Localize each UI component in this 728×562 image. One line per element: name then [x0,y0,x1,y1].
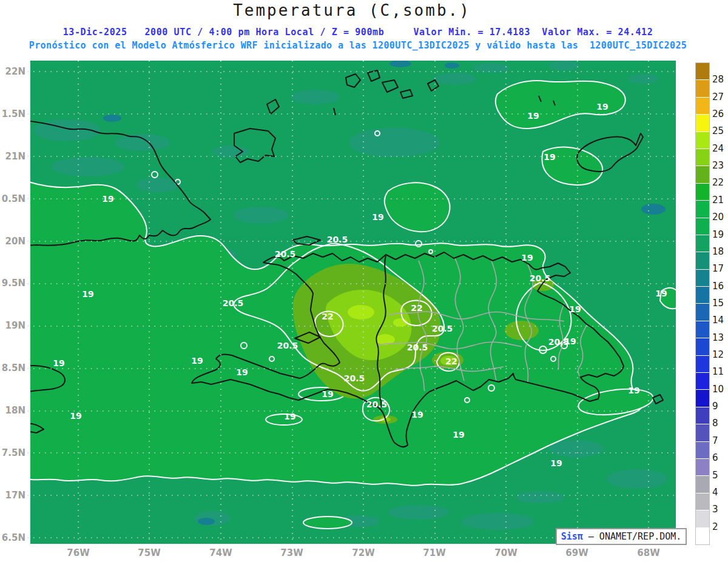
contour-label: 19 [453,430,464,440]
contour-label: 19 [53,358,64,368]
contour-label: 20.5 [432,324,453,333]
colorbar-tick: 22 [712,177,724,188]
colorbar-block [696,390,709,407]
contour-label: 19 [102,194,113,204]
contour-label: 19 [372,212,383,222]
colorbar-block [696,338,709,355]
colorbar-block [696,80,709,97]
contour-label: 20.5 [530,273,551,283]
contour-label: 19 [544,152,555,162]
contour-label: 19 [82,289,93,299]
contour-label: 19 [521,253,533,263]
colorbar-tick: 7 [712,435,718,446]
colorbar-tick: 8 [712,418,718,429]
temperature-map: 1919191919191919191919191919191919191919… [22,61,676,544]
colorbar-tick: 25 [712,125,724,136]
contour-label: 19 [236,367,248,377]
colorbar-block [696,63,709,80]
colorbar-tick: 2 [712,521,718,532]
lon-tick-label: 76W [60,547,96,558]
contour-label: 22 [411,303,422,313]
contour-label: 19 [527,111,539,121]
contour-label: 20.5 [344,373,365,383]
colorbar-tick: 3 [712,504,718,515]
colorbar-tick: 14 [712,315,724,326]
contour-label: 19 [550,458,562,468]
colorbar-tick: 5 [712,470,718,481]
colorbar-tick: 11 [712,366,724,377]
contour-label: 22 [445,356,457,366]
colorbar-tick: 19 [712,229,724,240]
contour-label: 20.5 [327,235,348,244]
colorbar-tick: 16 [712,281,724,292]
lon-tick-label: 72W [345,547,382,558]
forecast-datetime-line: 13-Dic-2025 2000 UTC / 4:00 pm Hora Loca… [0,27,716,38]
contour-label: 20.5 [407,343,428,352]
colorbar-tick: 4 [712,487,718,498]
weather-map-window: Temperatura (C,somb.) 13-Dic-2025 2000 U… [0,0,728,562]
colorbar-block [696,149,709,166]
contour-label: 19 [70,411,81,421]
contour-label: 19 [655,289,667,298]
contour-label: 19 [284,412,295,421]
colorbar-tick: 17 [712,263,724,274]
contour-label: 19 [191,356,203,366]
colorbar-tick: 26 [712,109,724,119]
colorbar-tick: 13 [712,332,724,343]
colorbar-block [696,442,709,459]
contour-label: 22 [322,312,333,321]
colorbar-block [696,304,709,321]
colorbar-block [696,407,709,424]
colorbar-block [696,459,709,476]
contour-label: 20.5 [366,400,388,409]
colorbar-block [696,201,709,218]
colorbar-block [696,476,709,493]
colorbar-block [696,252,709,269]
colorbar-block [696,287,709,304]
model-info-line: Pronóstico con el Modelo Atmósferico WRF… [0,40,716,51]
colorbar-block [696,510,709,527]
colorbar-block [696,115,709,132]
temperature-colorbar [695,62,710,545]
colorbar-tick-labels: 2827262524232221201918171615141312111098… [712,62,728,544]
contour-label: 19 [411,410,423,420]
colorbar-block [696,528,709,544]
sispi-onamet-badge: Sisπ – ONAMET/REP.DOM. [556,528,687,545]
map-plot-area: 1919191919191919191919191919191919191919… [22,61,676,544]
colorbar-tick: 20 [712,212,724,222]
colorbar-tick: 6 [712,452,718,463]
colorbar-block [696,166,709,183]
colorbar-block [696,424,709,441]
contour-label: 19 [322,389,333,399]
colorbar-tick: 10 [712,384,724,395]
colorbar-block [696,235,709,252]
colorbar-block [696,493,709,510]
contour-label: 20.5 [275,249,296,259]
lon-tick-label: 70W [488,547,524,558]
left-margin-mask [22,61,30,544]
lon-tick-label: 71W [416,547,453,558]
colorbar-block [696,321,709,338]
colorbar-tick: 23 [712,160,724,171]
colorbar-tick: 15 [712,298,724,309]
colorbar-block [696,373,709,390]
contour-label: 19 [596,102,608,112]
page-title: Temperatura (C,somb.) [0,1,704,19]
lon-tick-label: 68W [630,547,667,558]
onamet-label: – ONAMET/REP.DOM. [583,531,682,542]
colorbar-block [696,270,709,287]
colorbar-block [696,132,709,149]
sispi-logo: Sisπ [561,531,583,542]
colorbar-tick: 18 [712,246,724,257]
colorbar-block [696,218,709,235]
contour-label: 19 [628,386,639,395]
colorbar-tick: 27 [712,92,724,102]
colorbar-tick: 21 [712,195,724,206]
colorbar-tick: 12 [712,349,724,360]
contour-label: 20.5 [277,341,298,350]
colorbar-tick: 9 [712,401,718,412]
colorbar-block [696,356,709,373]
colorbar-tick: 28 [712,74,724,85]
contour-label: 19 [569,304,581,314]
lon-tick-label: 75W [131,547,167,558]
